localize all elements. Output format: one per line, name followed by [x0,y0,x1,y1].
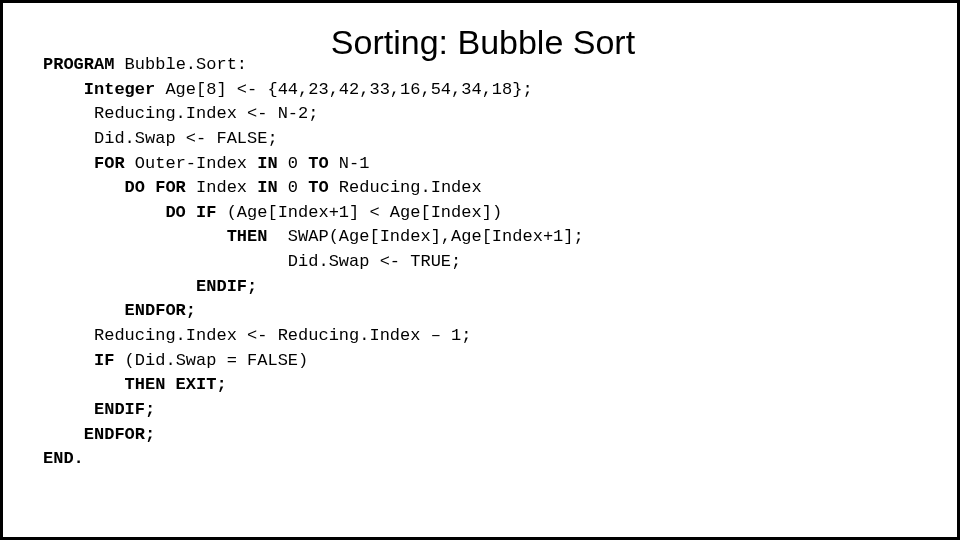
kw-to: TO [308,178,328,197]
code-text: 0 [278,178,309,197]
kw-endif: ENDIF; [43,400,155,419]
kw-in: IN [257,178,277,197]
kw-end: END. [43,449,84,468]
kw-then: THEN [43,227,267,246]
code-text: Reducing.Index <- Reducing.Index – 1; [43,326,471,345]
code-text: (Age[Index+1] < Age[Index]) [216,203,502,222]
kw-to: TO [308,154,328,173]
code-text: SWAP(Age[Index],Age[Index+1]; [267,227,583,246]
code-text: (Did.Swap = FALSE) [114,351,308,370]
code-text: Index [186,178,257,197]
kw-in: IN [257,154,277,173]
kw-endif: ENDIF; [43,277,257,296]
kw-for: FOR [43,154,125,173]
code-text: Did.Swap <- FALSE; [43,129,278,148]
kw-do-if: DO IF [43,203,216,222]
kw-do-for: DO FOR [43,178,186,197]
code-text: 0 [278,154,309,173]
slide-title: Sorting: Bubble Sort [3,23,960,62]
code-text: Outer-Index [125,154,258,173]
slide-frame: Sorting: Bubble Sort PROGRAM Bubble.Sort… [0,0,960,540]
kw-endfor: ENDFOR; [43,301,196,320]
code-text: Age[8] <- {44,23,42,33,16,54,34,18}; [155,80,532,99]
kw-then-exit: THEN EXIT; [43,375,227,394]
code-text: Did.Swap <- TRUE; [43,252,461,271]
code-text: Reducing.Index [329,178,482,197]
code-text: Reducing.Index <- N-2; [43,104,318,123]
code-text: N-1 [329,154,370,173]
kw-endfor: ENDFOR; [43,425,155,444]
kw-integer: Integer [43,80,155,99]
code-block: PROGRAM Bubble.Sort: Integer Age[8] <- {… [43,53,917,472]
kw-if: IF [43,351,114,370]
